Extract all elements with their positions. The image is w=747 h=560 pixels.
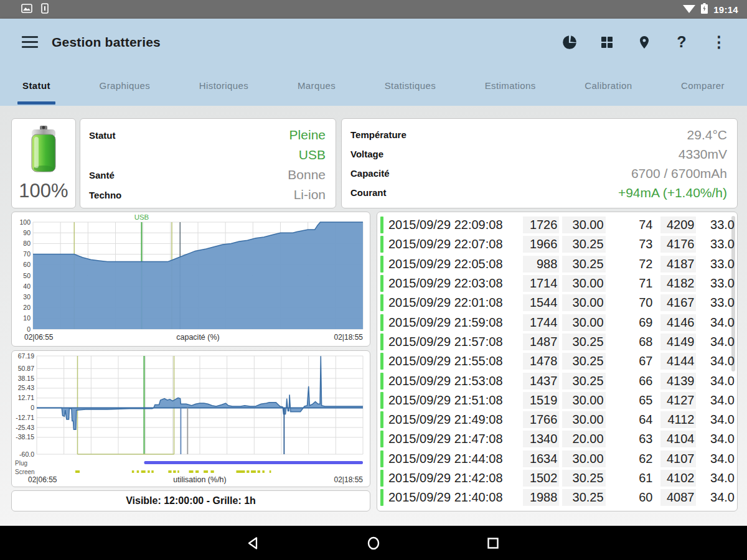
table-row[interactable]: 2015/09/29 21:57:08148730.2568414934.0 <box>380 332 735 352</box>
cell-timestamp: 2015/09/29 21:44:08 <box>388 452 523 466</box>
cell-timestamp: 2015/09/29 21:47:08 <box>388 432 523 446</box>
cell-timestamp: 2015/09/29 21:57:08 <box>388 335 523 349</box>
cell-percent: 64 <box>617 411 653 428</box>
row-status-bar <box>380 470 383 487</box>
cell-voltage: 4167 <box>660 294 695 311</box>
cell-percent: 67 <box>617 353 653 370</box>
tab-calibration[interactable]: Calibration <box>576 65 641 106</box>
info-label: Capacité <box>350 168 390 179</box>
menu-icon[interactable] <box>22 33 38 51</box>
table-row[interactable]: 2015/09/29 21:49:08176630.0064411234.0 <box>380 410 735 429</box>
overflow-menu-icon[interactable]: ⋮ <box>710 33 728 52</box>
cell-temp: 33.0 <box>705 275 735 292</box>
info-value: +94mA (+1.40%/h) <box>618 185 727 200</box>
table-row[interactable]: 2015/09/29 22:05:0898830.2572418733.0 <box>380 254 735 274</box>
tab-comparer[interactable]: Comparer <box>672 65 733 106</box>
table-row[interactable]: 2015/09/29 21:55:08147830.2567414434.0 <box>380 352 735 371</box>
svg-text:50.87: 50.87 <box>18 365 34 372</box>
capacity-chart[interactable]: 1009080706050403020100USB02|06:55capacit… <box>11 212 370 347</box>
cell-percent: 63 <box>617 431 653 447</box>
cell-percent: 68 <box>617 334 653 350</box>
cell-temp: 34.0 <box>705 431 735 447</box>
tab-graphiques[interactable]: Graphiques <box>91 65 159 106</box>
visible-range-bar[interactable]: Visible: 12:00:00 - Grille: 1h <box>11 490 370 511</box>
battery-info-card: Température 29.4°CVoltage 4330mVCapacité… <box>341 118 738 208</box>
row-status-bar <box>380 353 383 370</box>
cell-timestamp: 2015/09/29 21:59:08 <box>388 315 523 330</box>
info-value: Pleine <box>289 128 326 142</box>
cell-voltage: 4176 <box>660 236 695 253</box>
row-status-bar <box>380 431 383 447</box>
cell-voltage: 4087 <box>660 489 695 506</box>
content: 100% Statut Pleine USBSanté BonneTechno … <box>0 106 747 526</box>
svg-text:-12.71: -12.71 <box>16 414 34 421</box>
table-row[interactable]: 2015/09/29 21:44:08163430.0062410734.0 <box>380 449 735 469</box>
tab-statut[interactable]: Statut <box>14 65 59 106</box>
cell-timestamp: 2015/09/29 21:55:08 <box>388 354 523 368</box>
cell-current: 1487 <box>523 334 559 350</box>
cell-temp-raw: 30.25 <box>562 256 605 273</box>
pie-chart-icon[interactable] <box>560 33 579 52</box>
recents-icon[interactable] <box>485 535 501 551</box>
cell-temp-raw: 30.25 <box>562 236 605 253</box>
svg-text:30: 30 <box>23 293 31 301</box>
header: Gestion batteries ? ⋮ StatutGraphiquesHi… <box>0 19 747 106</box>
svg-text:10: 10 <box>23 314 31 322</box>
table-row[interactable]: 2015/09/29 21:53:08143730.2566413934.0 <box>380 371 735 390</box>
info-label: Température <box>350 129 406 140</box>
table-row[interactable]: 2015/09/29 22:03:08171430.0071418233.0 <box>380 274 735 293</box>
battery-level-card: 100% <box>11 118 76 208</box>
cell-percent: 60 <box>617 489 653 506</box>
svg-text:80: 80 <box>23 240 31 247</box>
table-row[interactable]: 2015/09/29 22:01:08154430.0070416733.0 <box>380 293 735 312</box>
cell-percent: 70 <box>617 294 653 311</box>
cell-voltage: 4139 <box>660 373 695 390</box>
svg-text:100: 100 <box>19 218 31 226</box>
row-status-bar <box>380 489 383 506</box>
svg-text:utilisation (%/h): utilisation (%/h) <box>173 475 226 484</box>
cell-percent: 62 <box>617 450 653 467</box>
cell-current: 1544 <box>523 294 559 311</box>
tab-estimations[interactable]: Estimations <box>476 65 545 106</box>
cell-current: 1744 <box>523 314 559 331</box>
table-row[interactable]: 2015/09/29 21:42:08150230.2561410234.0 <box>380 469 735 488</box>
usage-chart[interactable]: 67.1950.8738.1525.4312.710-12.71-25.43-3… <box>11 350 370 487</box>
cell-temp: 33.0 <box>705 217 735 233</box>
tab-statistiques[interactable]: Statistiques <box>376 65 444 106</box>
back-icon[interactable] <box>246 535 262 551</box>
cell-percent: 71 <box>617 275 653 292</box>
visible-range-label: Visible: 12:00:00 - Grille: 1h <box>126 495 256 506</box>
svg-text:-25.43: -25.43 <box>16 424 34 431</box>
row-status-bar <box>380 392 383 409</box>
table-row[interactable]: 2015/09/29 22:07:08196630.2573417633.0 <box>380 235 735 254</box>
info-row: USB <box>89 145 326 165</box>
svg-text:Plug: Plug <box>15 460 27 467</box>
cell-voltage: 4102 <box>660 470 695 487</box>
cell-temp-raw: 30.00 <box>562 314 605 331</box>
android-nav-bar <box>0 526 747 560</box>
cell-voltage: 4112 <box>660 411 695 428</box>
tab-marques[interactable]: Marques <box>289 65 344 106</box>
svg-text:67.19: 67.19 <box>18 352 34 360</box>
table-row[interactable]: 2015/09/29 21:51:08151930.0065412734.0 <box>380 391 735 410</box>
apps-grid-icon[interactable] <box>598 33 616 52</box>
info-row: Température 29.4°C <box>350 125 727 144</box>
cell-timestamp: 2015/09/29 22:09:08 <box>388 218 523 232</box>
cell-temp: 33.0 <box>705 256 735 273</box>
table-row[interactable]: 2015/09/29 21:47:08134020.0063410434.0 <box>380 429 735 449</box>
svg-text:50: 50 <box>23 272 31 279</box>
svg-text:0: 0 <box>31 404 34 411</box>
svg-text:60: 60 <box>23 261 31 268</box>
table-row[interactable]: 2015/09/29 21:59:08174430.0069414634.0 <box>380 312 735 332</box>
cell-temp: 34.0 <box>705 392 735 409</box>
android-status-bar: 19:14 <box>0 0 747 19</box>
cell-voltage: 4104 <box>660 431 695 447</box>
table-row[interactable]: 2015/09/29 22:09:08172630.0074420933.0 <box>380 215 735 235</box>
svg-text:90: 90 <box>23 229 31 236</box>
info-label: Statut <box>89 130 116 141</box>
tab-historiques[interactable]: Historiques <box>190 65 257 106</box>
location-pin-icon[interactable] <box>635 33 654 52</box>
table-row[interactable]: 2015/09/29 21:40:08198830.2560408734.0 <box>380 488 735 507</box>
help-icon[interactable]: ? <box>672 33 691 52</box>
home-icon[interactable] <box>365 535 382 551</box>
